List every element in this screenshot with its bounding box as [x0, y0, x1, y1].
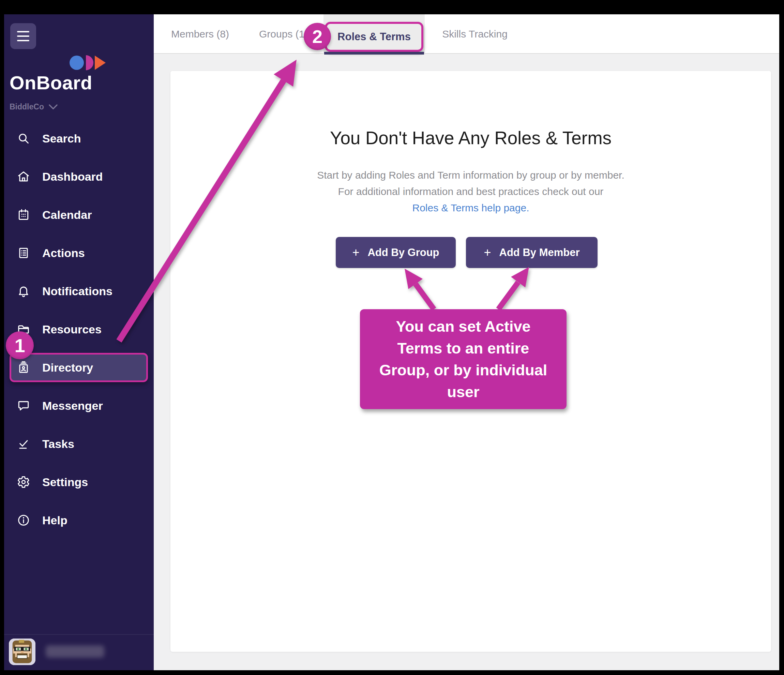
plus-icon: + — [352, 246, 359, 259]
empty-state-description: Start by adding Roles and Term informati… — [170, 167, 771, 216]
home-icon — [17, 170, 30, 183]
sidebar-item-directory[interactable]: Directory — [9, 353, 148, 382]
avatar-pixel-face — [9, 639, 36, 665]
callout-annotation: You can set Active Terms to an entire Gr… — [360, 309, 566, 409]
tab-members[interactable]: Members (8) — [171, 14, 229, 54]
user-avatar[interactable] — [9, 639, 36, 665]
add-by-group-button[interactable]: + Add By Group — [336, 237, 456, 268]
plus-icon: + — [484, 246, 491, 259]
check-icon — [17, 437, 30, 450]
id-badge-icon — [17, 361, 30, 374]
bell-icon — [17, 285, 30, 298]
info-icon — [17, 514, 30, 527]
empty-state-title: You Don't Have Any Roles & Terms — [170, 128, 771, 148]
tab-roles-terms-highlight-annotation[interactable]: Roles & Terms — [325, 22, 423, 52]
sidebar-item-tasks[interactable]: Tasks — [9, 429, 148, 459]
calendar-icon — [17, 208, 30, 221]
sidebar-item-dashboard[interactable]: Dashboard — [9, 162, 148, 191]
search-icon — [17, 132, 30, 145]
sidebar-item-calendar[interactable]: Calendar — [9, 200, 148, 229]
sidebar-item-search[interactable]: Search — [9, 124, 148, 153]
active-tab-indicator — [324, 52, 424, 54]
step-2-badge: 2 — [304, 23, 331, 50]
sidebar-item-help[interactable]: Help — [9, 505, 148, 535]
add-by-member-button[interactable]: + Add By Member — [466, 237, 597, 268]
sidebar-item-settings[interactable]: Settings — [9, 467, 148, 497]
chat-icon — [17, 399, 30, 412]
user-name-redacted — [46, 645, 104, 658]
app-window: OnBoard BiddleCo Search Dashboard — [0, 0, 784, 675]
actions-icon — [17, 246, 30, 260]
chevron-down-icon — [49, 104, 58, 110]
directory-tab-bar: Members (8) Groups (1 Roles & Terms Skil… — [154, 14, 779, 54]
sidebar-item-notifications[interactable]: Notifications — [9, 277, 148, 306]
user-section-divider — [4, 634, 154, 635]
hamburger-menu-button[interactable] — [10, 23, 36, 49]
step-1-badge: 1 — [6, 331, 34, 359]
roles-terms-help-link[interactable]: Roles & Terms help page. — [412, 202, 529, 213]
hamburger-icon — [17, 31, 29, 33]
org-name: BiddleCo — [9, 102, 44, 112]
onboard-logo: OnBoard — [9, 72, 92, 94]
tab-skills-tracking[interactable]: Skills Tracking — [442, 14, 507, 54]
sidebar-item-messenger[interactable]: Messenger — [9, 391, 148, 420]
tab-groups[interactable]: Groups (1 — [259, 14, 304, 54]
tab-roles-terms[interactable]: Roles & Terms — [338, 31, 411, 43]
org-switcher[interactable]: BiddleCo — [9, 102, 58, 112]
gear-icon — [17, 476, 30, 488]
sidebar-item-actions[interactable]: Actions — [9, 238, 148, 268]
onboard-logo-mark-icon — [70, 55, 106, 70]
